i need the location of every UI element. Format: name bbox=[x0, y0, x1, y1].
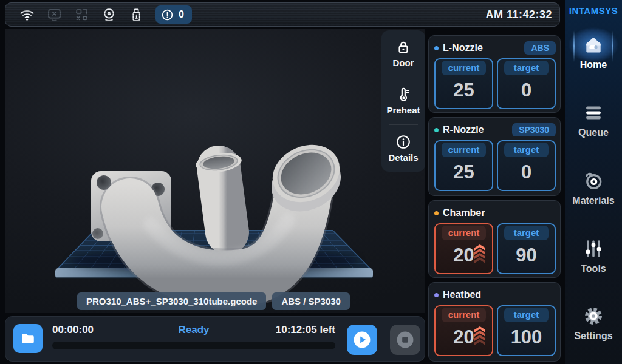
sidebar-item-queue[interactable]: Queue bbox=[565, 102, 622, 154]
target-label: target bbox=[504, 226, 549, 240]
gcode-filename-chip: PRO310_ABS+_SP3030_310tube.gcode bbox=[77, 292, 266, 310]
quick-actions-panel: Door Preheat Details bbox=[381, 30, 425, 172]
door-button[interactable]: Door bbox=[381, 30, 425, 78]
sidebar-item-label: Settings bbox=[574, 331, 612, 342]
heatbed-target-card[interactable]: target 100 bbox=[497, 305, 556, 356]
sidebar-item-label: Materials bbox=[572, 195, 614, 206]
lnozzle-target-card[interactable]: target 0 bbox=[497, 58, 556, 109]
chamber-target-value: 90 bbox=[498, 244, 555, 266]
print-control-bar: 00:00:00 Ready 10:12:05 left bbox=[5, 316, 425, 362]
rnozzle-current-value: 25 bbox=[436, 161, 492, 183]
current-label: current bbox=[442, 308, 486, 322]
clock-time: AM 11:42:32 bbox=[485, 3, 552, 26]
materials-spool-icon bbox=[583, 170, 604, 192]
heating-up-icon bbox=[474, 246, 485, 263]
queue-icon bbox=[583, 102, 604, 124]
settings-gear-icon bbox=[583, 305, 604, 327]
print-preview-3d: INTAMSYS bbox=[5, 29, 425, 313]
lnozzle-panel[interactable]: L-Nozzle ABS current 25 target 0 bbox=[428, 35, 561, 113]
details-button[interactable]: Details bbox=[381, 124, 425, 172]
play-icon bbox=[352, 329, 372, 350]
rnozzle-target-value: 0 bbox=[498, 161, 555, 183]
target-label: target bbox=[504, 143, 549, 157]
sidebar-item-materials[interactable]: Materials bbox=[565, 170, 622, 222]
rnozzle-current-card[interactable]: current 25 bbox=[434, 140, 493, 191]
print-status-row: 00:00:00 Ready 10:12:05 left bbox=[52, 324, 335, 339]
stop-icon bbox=[395, 329, 415, 350]
printer-home-screen: 0 AM 11:42:32 INTAMSYS Home bbox=[0, 0, 622, 364]
lnozzle-dot bbox=[434, 46, 439, 50]
sidebar-item-label: Tools bbox=[581, 263, 606, 274]
temperature-panels: L-Nozzle ABS current 25 target 0 R-Nozzl… bbox=[428, 35, 561, 362]
heatbed-target-value: 100 bbox=[498, 326, 555, 348]
heatbed-panel[interactable]: Heatbed current 20 target 100 bbox=[428, 282, 561, 362]
model-viewport[interactable]: INTAMSYS bbox=[5, 29, 425, 313]
usb-drive-icon[interactable] bbox=[128, 7, 145, 23]
stop-print-button[interactable] bbox=[390, 325, 420, 355]
chamber-current-card[interactable]: current 20 bbox=[434, 223, 493, 274]
target-label: target bbox=[504, 61, 549, 75]
job-info-chips: PRO310_ABS+_SP3030_310tube.gcode ABS / S… bbox=[77, 292, 350, 310]
alert-icon bbox=[161, 8, 174, 21]
preheat-label: Preheat bbox=[386, 105, 420, 115]
chamber-target-card[interactable]: target 90 bbox=[497, 223, 556, 274]
camera-icon[interactable] bbox=[101, 7, 117, 23]
rnozzle-dot bbox=[434, 128, 439, 132]
lnozzle-title: L-Nozzle bbox=[443, 42, 524, 53]
tools-sliders-icon bbox=[583, 238, 604, 260]
status-icons: 0 bbox=[19, 3, 192, 26]
time-remaining: 10:12:05 left bbox=[276, 324, 335, 336]
sidebar-item-home[interactable]: Home bbox=[565, 34, 622, 86]
rnozzle-title: R-Nozzle bbox=[443, 124, 512, 135]
door-label: Door bbox=[393, 58, 414, 68]
screen-disconnected-icon[interactable] bbox=[46, 7, 63, 23]
folder-icon bbox=[20, 331, 36, 346]
info-icon bbox=[395, 134, 411, 150]
lock-icon bbox=[395, 39, 411, 55]
status-bar: 0 AM 11:42:32 bbox=[5, 2, 560, 27]
chamber-panel[interactable]: Chamber current 20 target 90 bbox=[428, 200, 561, 278]
current-label: current bbox=[442, 226, 486, 240]
rnozzle-material-badge: SP3030 bbox=[512, 123, 556, 136]
alert-badge[interactable]: 0 bbox=[156, 5, 192, 24]
home-icon bbox=[583, 34, 604, 56]
sidebar-item-settings[interactable]: Settings bbox=[565, 305, 622, 357]
heating-up-icon bbox=[474, 328, 485, 345]
alert-count: 0 bbox=[179, 9, 184, 20]
rnozzle-panel[interactable]: R-Nozzle SP3030 current 25 target 0 bbox=[428, 117, 561, 196]
model-tube-part bbox=[91, 135, 350, 279]
heatbed-current-card[interactable]: current 20 bbox=[434, 305, 493, 356]
heatbed-title: Heatbed bbox=[443, 289, 556, 300]
sidebar-item-label: Queue bbox=[578, 127, 609, 138]
preheat-button[interactable]: Preheat bbox=[381, 78, 425, 125]
current-label: current bbox=[442, 61, 486, 75]
sidebar-item-tools[interactable]: Tools bbox=[565, 238, 622, 290]
lnozzle-target-value: 0 bbox=[498, 79, 555, 101]
lnozzle-material-badge: ABS bbox=[524, 41, 556, 55]
chamber-title: Chamber bbox=[443, 207, 556, 218]
lnozzle-current-card[interactable]: current 25 bbox=[434, 58, 493, 109]
network-nodes-off-icon[interactable] bbox=[73, 7, 90, 23]
material-combo-chip: ABS / SP3030 bbox=[272, 292, 350, 310]
wifi-icon[interactable] bbox=[19, 7, 35, 23]
print-progress-bar bbox=[52, 342, 335, 349]
thermometer-icon bbox=[395, 87, 411, 103]
target-label: target bbox=[504, 308, 549, 322]
lnozzle-current-value: 25 bbox=[436, 79, 492, 101]
sidebar-item-label: Home bbox=[580, 59, 607, 70]
sidebar-nav: INTAMSYS Home Queue bbox=[565, 0, 622, 364]
file-browser-button[interactable] bbox=[13, 324, 43, 353]
start-print-button[interactable] bbox=[347, 325, 377, 355]
chamber-dot bbox=[434, 211, 439, 215]
brand-logo: INTAMSYS bbox=[565, 5, 622, 16]
details-label: Details bbox=[388, 152, 418, 163]
heatbed-dot bbox=[434, 293, 439, 297]
current-label: current bbox=[442, 143, 486, 157]
rnozzle-target-card[interactable]: target 0 bbox=[497, 140, 556, 191]
